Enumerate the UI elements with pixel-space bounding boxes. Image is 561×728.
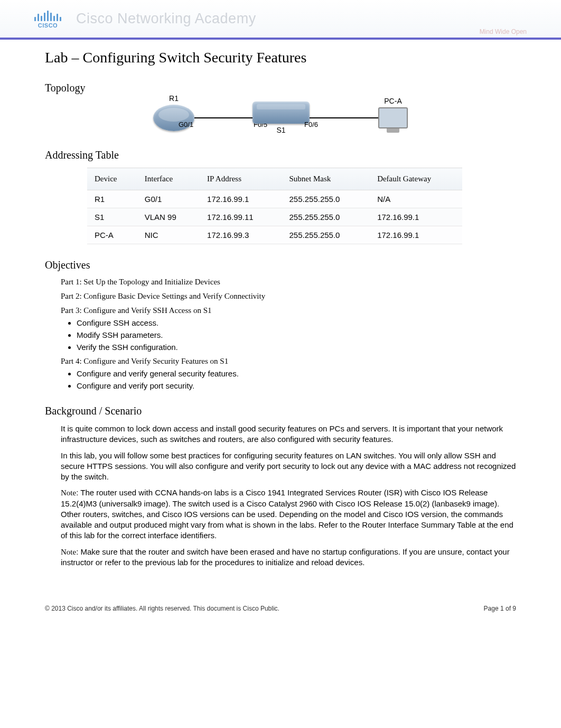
note-label: Note [61, 548, 76, 556]
device-pca-label: PC-A [384, 97, 401, 105]
note-text: : Make sure that the router and switch h… [61, 547, 510, 567]
list-item: Modify SSH parameters. [77, 330, 516, 339]
th-interface: Interface [137, 168, 200, 190]
cell: 172.16.99.1 [370, 208, 462, 226]
objective-part3-list: Configure SSH access. Modify SSH paramet… [77, 318, 516, 352]
page-title: Lab – Configuring Switch Security Featur… [45, 49, 516, 66]
background-p2: In this lab, you will follow some best p… [61, 450, 516, 483]
cell: 255.255.255.0 [282, 208, 370, 226]
cisco-logo-bars-icon [34, 10, 61, 21]
cell: G0/1 [137, 190, 200, 208]
cell: 172.16.99.1 [370, 226, 462, 244]
device-r1-label: R1 [169, 94, 179, 103]
background-p1: It is quite common to lock down access a… [61, 423, 516, 445]
device-pca: PC-A [378, 107, 408, 128]
objective-part4: Part 4: Configure and Verify Security Fe… [61, 357, 516, 366]
cell: PC-A [87, 226, 137, 244]
table-row: PC-A NIC 172.16.99.3 255.255.255.0 172.1… [87, 226, 462, 244]
topology-diagram: R1 G0/1 F0/5 S1 F0/6 PC-A [111, 102, 450, 134]
objective-part4-list: Configure and verify general security fe… [77, 369, 516, 390]
copyright-text: © 2013 Cisco and/or its affiliates. All … [45, 605, 279, 612]
list-item: Configure and verify general security fe… [77, 369, 516, 378]
objectives-heading: Objectives [45, 259, 516, 271]
cell: NIC [137, 226, 200, 244]
cell: 172.16.99.1 [200, 190, 282, 208]
link-r1-s1: G0/1 F0/5 [194, 117, 253, 118]
cell: VLAN 99 [137, 208, 200, 226]
page-label: Page [484, 605, 500, 612]
list-item: Configure SSH access. [77, 318, 516, 327]
addressing-table: Device Interface IP Address Subnet Mask … [87, 168, 462, 244]
background-note2: Note: Make sure that the router and swit… [61, 547, 516, 568]
port-label-g01: G0/1 [179, 121, 193, 128]
cell: S1 [87, 208, 137, 226]
background-note1: Note: The router used with CCNA hands-on… [61, 487, 516, 541]
cell: 255.255.255.0 [282, 190, 370, 208]
page-of: of [504, 605, 513, 612]
pc-icon [378, 107, 408, 128]
footer: © 2013 Cisco and/or its affiliates. All … [0, 573, 561, 612]
cisco-logo-text: CISCO [38, 22, 58, 29]
background-heading: Background / Scenario [45, 405, 516, 417]
table-header-row: Device Interface IP Address Subnet Mask … [87, 168, 462, 190]
th-gateway: Default Gateway [370, 168, 462, 190]
switch-icon [253, 102, 310, 124]
cell: 172.16.99.3 [200, 226, 282, 244]
page-number: Page 1 of 9 [484, 605, 516, 612]
list-item: Configure and verify port security. [77, 381, 516, 390]
cisco-logo: CISCO [34, 10, 61, 29]
objective-part3: Part 3: Configure and Verify SSH Access … [61, 306, 516, 315]
page-current: 1 [500, 605, 504, 612]
objective-part2: Part 2: Configure Basic Device Settings … [61, 292, 516, 301]
port-label-f06: F0/6 [304, 121, 318, 128]
table-row: R1 G0/1 172.16.99.1 255.255.255.0 N/A [87, 190, 462, 208]
topology-heading: Topology [45, 82, 516, 94]
page-total: 9 [512, 605, 516, 612]
list-item: Verify the SSH configuration. [77, 343, 516, 352]
cell: 172.16.99.11 [200, 208, 282, 226]
note-text: : The router used with CCNA hands-on lab… [61, 488, 513, 540]
link-s1-pca: F0/6 [310, 117, 378, 118]
th-ip: IP Address [200, 168, 282, 190]
header-banner: CISCO Cisco Networking Academy Mind Wide… [0, 0, 561, 40]
cell: N/A [370, 190, 462, 208]
table-row: S1 VLAN 99 172.16.99.11 255.255.255.0 17… [87, 208, 462, 226]
academy-title: Cisco Networking Academy [76, 11, 256, 27]
cell: 255.255.255.0 [282, 226, 370, 244]
tagline: Mind Wide Open [480, 28, 527, 35]
note-label: Note [61, 489, 76, 497]
th-mask: Subnet Mask [282, 168, 370, 190]
device-s1: S1 [253, 102, 310, 134]
th-device: Device [87, 168, 137, 190]
addressing-heading: Addressing Table [45, 149, 516, 161]
cell: R1 [87, 190, 137, 208]
objective-part1: Part 1: Set Up the Topology and Initiali… [61, 278, 516, 287]
device-s1-label: S1 [276, 126, 285, 134]
